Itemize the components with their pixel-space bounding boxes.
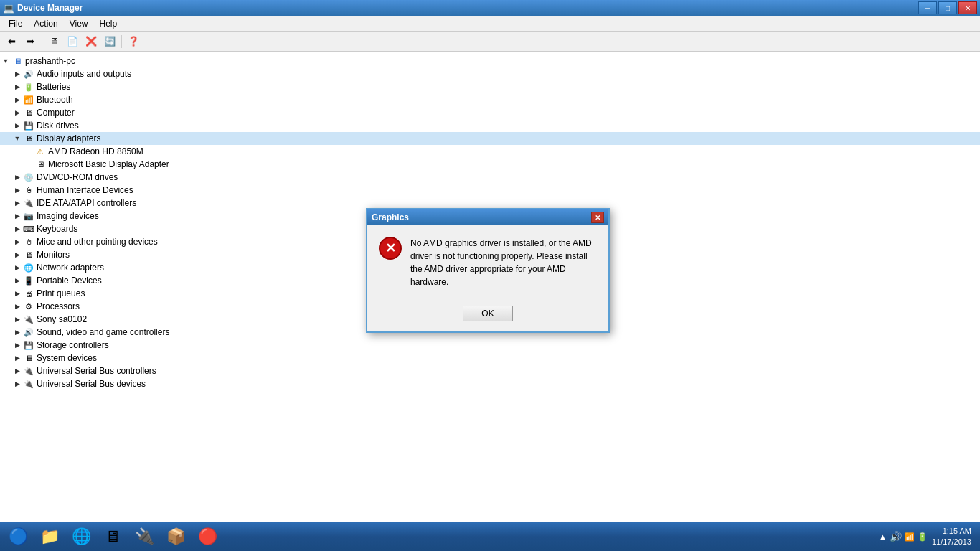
system-icon: 🖥 [23, 352, 34, 364]
bluetooth-label: Bluetooth [37, 95, 73, 105]
taskbar-installer[interactable]: 📦 [161, 524, 191, 549]
dvd-icon: 💿 [23, 171, 34, 183]
taskbar-right: ▲ 🔊 📶 🔋 1:15 AM 11/17/2013 [879, 526, 977, 548]
battery-status-icon[interactable]: 🔋 [918, 532, 928, 542]
restore-button[interactable]: □ [938, 1, 957, 14]
toolbar-properties[interactable]: 🖥 [45, 34, 62, 50]
title-bar-controls: ─ □ ✕ [918, 1, 977, 14]
network-status-icon[interactable]: 📶 [905, 532, 915, 542]
title-bar-text: Device Manager [17, 3, 83, 13]
dialog-footer: OK [367, 300, 608, 331]
print-label: Print queues [37, 288, 85, 298]
system-arrow: ▶ [11, 352, 23, 364]
msbasic-label: Microsoft Basic Display Adapter [48, 159, 169, 169]
portable-icon: 📱 [23, 275, 34, 286]
sound-label: Sound, video and game controllers [37, 327, 169, 337]
amd-icon: ⚠ [34, 146, 46, 157]
notification-icon[interactable]: ▲ [879, 532, 887, 541]
menu-bar: File Action View Help [0, 16, 980, 32]
tree-item-batteries[interactable]: ▶ 🔋 Batteries [0, 80, 980, 93]
hid-label: Human Interface Devices [37, 185, 133, 195]
taskbar-ie[interactable]: 🌐 [66, 524, 96, 549]
title-bar-icon: 💻 [3, 3, 14, 14]
taskbar-explorer[interactable]: 📁 [34, 524, 65, 549]
minimize-button[interactable]: ─ [918, 1, 937, 14]
monitors-icon: 🖥 [23, 249, 34, 260]
storage-icon: 💾 [23, 339, 34, 351]
toolbar-forward[interactable]: ➡ [22, 34, 39, 50]
toolbar-scan[interactable]: 🔄 [101, 34, 118, 50]
monitors-label: Monitors [37, 250, 70, 260]
taskbar-devices[interactable]: 🔌 [129, 524, 159, 549]
tree-item-audio[interactable]: ▶ 🔊 Audio inputs and outputs [0, 67, 980, 80]
toolbar-sep2 [121, 35, 122, 48]
tree-item-display[interactable]: ▼ 🖥 Display adapters [0, 132, 980, 145]
taskbar-amd[interactable]: 🔴 [192, 524, 222, 549]
sound-arrow: ▶ [11, 326, 23, 338]
ok-button[interactable]: OK [463, 306, 513, 321]
hid-icon: 🖱 [23, 184, 34, 196]
dialog-title-bar: Graphics ✕ [367, 209, 608, 225]
toolbar: ⬅ ➡ 🖥 📄 ❌ 🔄 ❓ [0, 32, 980, 52]
tree-item-bluetooth[interactable]: ▶ 📶 Bluetooth [0, 93, 980, 106]
portable-label: Portable Devices [37, 276, 102, 286]
toolbar-uninstall[interactable]: ❌ [83, 34, 100, 50]
bluetooth-icon: 📶 [23, 94, 34, 105]
computer-icon: 🖥 [23, 107, 34, 118]
ide-label: IDE ATA/ATAPI controllers [37, 198, 136, 208]
tree-item-system[interactable]: ▶ 🖥 System devices [0, 352, 980, 364]
root-arrow: ▼ [0, 55, 11, 67]
print-icon: 🖨 [23, 288, 34, 299]
system-label: System devices [37, 353, 97, 363]
title-bar: 💻 Device Manager ─ □ ✕ [0, 0, 980, 16]
toolbar-help[interactable]: ❓ [125, 34, 142, 50]
error-circle: ✕ [379, 237, 402, 260]
menu-help[interactable]: Help [94, 17, 123, 30]
ide-arrow: ▶ [11, 197, 23, 209]
audio-icon: 🔊 [23, 68, 34, 80]
tree-root[interactable]: ▼ 🖥 prashanth-pc [0, 55, 980, 67]
menu-file[interactable]: File [3, 17, 28, 30]
error-icon: ✕ [379, 237, 402, 260]
keyboards-arrow: ▶ [11, 223, 23, 235]
taskbar-control-panel[interactable]: 🖥 [98, 524, 128, 549]
menu-view[interactable]: View [64, 17, 94, 30]
tree-item-hid[interactable]: ▶ 🖱 Human Interface Devices [0, 184, 980, 197]
network-label: Network adapters [37, 263, 104, 273]
tree-item-usb-dev[interactable]: ▶ 🔌 Universal Serial Bus devices [0, 377, 980, 390]
mice-arrow: ▶ [11, 236, 23, 248]
network-icon: 🌐 [23, 262, 34, 273]
imaging-icon: 📷 [23, 210, 34, 222]
computer-label: Computer [37, 108, 75, 118]
close-button[interactable]: ✕ [958, 1, 977, 14]
tree-item-storage[interactable]: ▶ 💾 Storage controllers [0, 339, 980, 352]
keyboards-label: Keyboards [37, 224, 77, 234]
print-arrow: ▶ [11, 288, 23, 299]
batteries-icon: 🔋 [23, 81, 34, 93]
tree-item-computer[interactable]: ▶ 🖥 Computer [0, 106, 980, 119]
usb-dev-icon: 🔌 [23, 378, 34, 390]
sound-icon: 🔊 [23, 326, 34, 338]
dialog-close-button[interactable]: ✕ [591, 212, 604, 223]
tree-item-amd[interactable]: ⚠ AMD Radeon HD 8850M [0, 145, 980, 158]
usb-ctrl-icon: 🔌 [23, 365, 34, 377]
toolbar-update[interactable]: 📄 [64, 34, 81, 50]
taskbar: 🔵 📁 🌐 🖥 🔌 📦 🔴 ▲ 🔊 📶 🔋 1:15 AM 11 [0, 522, 980, 551]
imaging-label: Imaging devices [37, 211, 99, 221]
taskbar-clock[interactable]: 1:15 AM 11/17/2013 [932, 526, 971, 548]
toolbar-sep1 [42, 35, 42, 48]
root-icon: 🖥 [11, 55, 23, 67]
dialog-body: ✕ No AMD graphics driver is installed, o… [367, 225, 608, 300]
tree-item-usb-ctrl[interactable]: ▶ 🔌 Universal Serial Bus controllers [0, 364, 980, 377]
tree-item-disk[interactable]: ▶ 💾 Disk drives [0, 119, 980, 132]
processors-icon: ⚙ [23, 301, 34, 312]
imaging-arrow: ▶ [11, 210, 23, 222]
dialog-message: No AMD graphics driver is installed, or … [410, 237, 597, 288]
volume-icon[interactable]: 🔊 [890, 531, 902, 542]
disk-label: Disk drives [37, 121, 79, 131]
menu-action[interactable]: Action [28, 17, 63, 30]
tree-item-msbasic[interactable]: 🖥 Microsoft Basic Display Adapter [0, 158, 980, 171]
tree-item-dvd[interactable]: ▶ 💿 DVD/CD-ROM drives [0, 171, 980, 184]
toolbar-back[interactable]: ⬅ [3, 34, 20, 50]
taskbar-chrome[interactable]: 🔵 [3, 524, 33, 549]
